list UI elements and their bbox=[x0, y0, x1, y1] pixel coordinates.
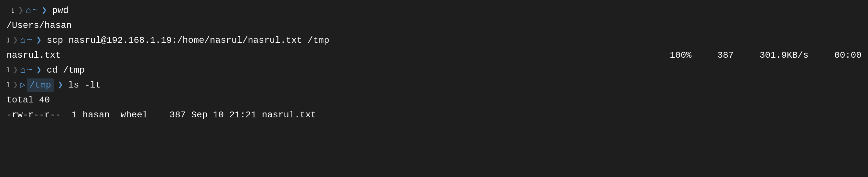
command-line-3:  ❯ ⌂ ~ ❯ cd /tmp bbox=[6, 63, 862, 78]
progress-speed: 301.9KB/s bbox=[760, 49, 808, 62]
progress-filename: nasrul.txt bbox=[6, 49, 61, 62]
command-text-2: scp nasrul@192.168.1.19:/home/nasrul/nas… bbox=[47, 34, 330, 47]
command-line-1:  ❯ ⌂ ~ ❯ pwd bbox=[6, 3, 862, 18]
progress-time: 00:00 bbox=[834, 49, 862, 62]
command-line-4:  ❯ ▷ /tmp ❯ ls -lt bbox=[6, 78, 862, 93]
command-text-3: cd /tmp bbox=[47, 64, 85, 77]
home-icon-3: ⌂ bbox=[20, 64, 26, 77]
folder-icon-4: ▷ bbox=[20, 78, 26, 92]
prompt-2:  ❯ ⌂ ~ ❯ bbox=[6, 34, 44, 47]
cmd-chevron-2: ❯ bbox=[36, 34, 42, 47]
prompt-1:  ❯ ⌂ ~ ❯ bbox=[6, 4, 50, 18]
chevron-2: ❯ bbox=[12, 34, 18, 47]
bracket-left-1 bbox=[6, 4, 12, 18]
apple-icon-2:  bbox=[6, 35, 11, 46]
output-text-2: total 40 bbox=[6, 93, 50, 107]
progress-percent: 100% bbox=[670, 49, 691, 62]
command-text-1: pwd bbox=[52, 4, 68, 18]
output-text-1: /Users/hasan bbox=[6, 19, 72, 32]
tilde-1: ~ bbox=[32, 4, 38, 18]
apple-icon-1:  bbox=[12, 5, 16, 16]
progress-line: nasrul.txt 100% 387 301.9KB/s 00:00 bbox=[6, 48, 862, 63]
tilde-2: ~ bbox=[27, 34, 32, 47]
output-line-2: total 40 bbox=[6, 93, 862, 108]
tilde-3: ~ bbox=[27, 64, 32, 77]
chevron-1: ❯ bbox=[18, 4, 24, 18]
chevron-4: ❯ bbox=[12, 78, 18, 92]
command-text-4: ls -lt bbox=[68, 78, 101, 92]
output-line-1: /Users/hasan bbox=[6, 18, 862, 33]
cmd-chevron-1: ❯ bbox=[42, 4, 47, 18]
cmd-chevron-4: ❯ bbox=[58, 78, 63, 92]
output-line-3: -rw-r--r-- 1 hasan wheel 387 Sep 10 21:2… bbox=[6, 108, 862, 123]
progress-bytes: 387 bbox=[717, 49, 734, 62]
chevron-3: ❯ bbox=[12, 64, 18, 77]
terminal-window:  ❯ ⌂ ~ ❯ pwd /Users/hasan  ❯ ⌂ ~ ❯ scp… bbox=[6, 3, 862, 123]
progress-stats: 100% 387 301.9KB/s 00:00 bbox=[670, 49, 862, 62]
cmd-chevron-3: ❯ bbox=[36, 64, 42, 77]
home-icon-2: ⌂ bbox=[20, 34, 26, 47]
command-line-2:  ❯ ⌂ ~ ❯ scp nasrul@192.168.1.19:/home/… bbox=[6, 33, 862, 48]
prompt-3:  ❯ ⌂ ~ ❯ bbox=[6, 64, 44, 77]
prompt-4:  ❯ ▷ /tmp ❯ bbox=[6, 78, 66, 92]
dir-label-4: /tmp bbox=[27, 78, 54, 92]
output-text-3: -rw-r--r-- 1 hasan wheel 387 Sep 10 21:2… bbox=[6, 108, 316, 122]
apple-icon-4:  bbox=[6, 80, 11, 91]
home-icon-1: ⌂ bbox=[26, 4, 31, 18]
apple-icon-3:  bbox=[6, 65, 11, 76]
